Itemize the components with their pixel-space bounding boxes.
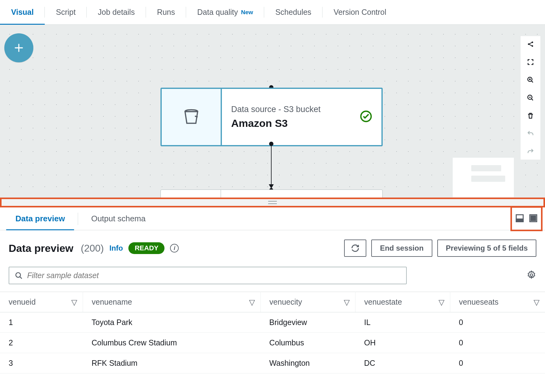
tab-label: Visual (11, 8, 34, 17)
table-row[interactable]: 1 Toyota Park Bridgeview IL 0 (0, 312, 545, 333)
status-badge: READY (128, 242, 164, 254)
table-row[interactable]: 3 RFK Stadium Washington DC 0 (0, 353, 545, 373)
node-icon-area (162, 89, 222, 145)
filter-column-icon[interactable]: ▽ (249, 298, 255, 307)
filter-input-wrapper[interactable] (9, 267, 407, 284)
add-node-button[interactable] (4, 33, 33, 62)
subtab-label: Output schema (91, 214, 145, 223)
settings-button[interactable] (526, 270, 536, 281)
filter-column-icon[interactable]: ▽ (534, 298, 539, 307)
zoom-out-icon[interactable] (526, 93, 535, 103)
sub-tabs: Data preview Output schema (0, 207, 545, 230)
minimap[interactable] (452, 157, 514, 198)
tab-job-details[interactable]: Job details (87, 0, 146, 24)
tab-label: Job details (98, 8, 135, 17)
grip-icon (268, 201, 277, 204)
tab-visual[interactable]: Visual (0, 0, 45, 24)
filter-column-icon[interactable]: ▽ (439, 298, 444, 307)
node-data-source-s3[interactable]: Data source - S3 bucket Amazon S3 (160, 88, 383, 146)
col-header-venuestate[interactable]: venuestate ▽ (356, 292, 450, 312)
subtab-data-preview[interactable]: Data preview (6, 207, 74, 230)
tab-runs[interactable]: Runs (146, 0, 186, 24)
refresh-button[interactable] (344, 240, 366, 257)
col-header-venuename[interactable]: venuename ▽ (83, 292, 261, 312)
tab-version-control[interactable]: Version Control (322, 0, 397, 24)
info-icon[interactable]: i (170, 244, 179, 252)
node-status-ok (360, 110, 372, 124)
preview-actions: End session Previewing 5 of 5 fields (344, 240, 536, 257)
preview-header: Data preview (200) Info READY i End sess… (0, 230, 545, 263)
gear-icon (526, 270, 536, 280)
preview-count: (200) (81, 243, 104, 254)
tab-schedules[interactable]: Schedules (264, 0, 322, 24)
tab-script[interactable]: Script (45, 0, 87, 24)
node-icon-area (161, 190, 221, 198)
node-connector (271, 144, 272, 188)
canvas-toolbar (520, 36, 541, 160)
node-subtitle: Data source - S3 bucket (231, 105, 372, 114)
redo-icon[interactable] (526, 147, 535, 156)
panel-resize-handle[interactable] (0, 198, 545, 207)
fullscreen-icon[interactable] (526, 57, 535, 67)
col-header-venuecity[interactable]: venuecity ▽ (261, 292, 356, 312)
undo-icon[interactable] (526, 129, 535, 139)
subtab-output-schema[interactable]: Output schema (82, 207, 155, 230)
plus-icon (13, 42, 25, 54)
search-icon (15, 272, 23, 280)
top-tabs: Visual Script Job details Runs Data qual… (0, 0, 545, 25)
subtab-label: Data preview (15, 214, 65, 223)
col-header-venueseats[interactable]: venueseats ▽ (450, 292, 545, 312)
check-circle-icon (360, 110, 372, 123)
tab-label: Script (56, 8, 76, 17)
svg-rect-8 (516, 219, 523, 222)
panel-layout-highlight (510, 206, 543, 231)
preview-table: venueid ▽ venuename ▽ venuecity ▽ venues… (0, 292, 545, 373)
tab-label: Runs (157, 8, 175, 17)
svg-rect-10 (531, 216, 536, 220)
field-selector-button[interactable]: Previewing 5 of 5 fields (437, 240, 536, 257)
tab-data-quality[interactable]: Data quality New (186, 0, 264, 24)
preview-title: Data preview (9, 242, 73, 254)
svg-point-11 (16, 273, 20, 277)
panel-dock-bottom-icon[interactable] (515, 214, 524, 224)
col-header-venueid[interactable]: venueid ▽ (0, 292, 83, 312)
bottom-panel: Data preview Output schema Data preview … (0, 207, 545, 373)
node-body: Data target - Snowflake (221, 190, 382, 198)
new-badge: New (241, 9, 253, 16)
info-link[interactable]: Info (109, 244, 123, 252)
tab-label: Schedules (275, 8, 311, 17)
svg-point-12 (530, 274, 533, 276)
refresh-icon (351, 244, 360, 252)
node-data-target-snowflake[interactable]: Data target - Snowflake (160, 190, 383, 198)
node-title: Amazon S3 (231, 117, 372, 129)
table-row[interactable]: 2 Columbus Crew Stadium Columbus OH 0 (0, 333, 545, 353)
filter-column-icon[interactable]: ▽ (344, 298, 350, 307)
tab-label: Version Control (334, 8, 386, 17)
tab-label: Data quality (197, 8, 238, 17)
filter-input[interactable] (27, 271, 401, 280)
panel-maximize-icon[interactable] (529, 214, 538, 224)
zoom-in-icon[interactable] (526, 75, 535, 85)
node-body: Data source - S3 bucket Amazon S3 (222, 89, 381, 145)
end-session-button[interactable]: End session (371, 240, 432, 257)
bucket-icon (181, 106, 202, 128)
share-icon[interactable] (526, 39, 535, 49)
filter-row (0, 263, 545, 292)
visual-canvas[interactable]: Data source - S3 bucket Amazon S3 Data (0, 25, 545, 198)
filter-column-icon[interactable]: ▽ (71, 298, 77, 307)
delete-icon[interactable] (526, 111, 535, 121)
